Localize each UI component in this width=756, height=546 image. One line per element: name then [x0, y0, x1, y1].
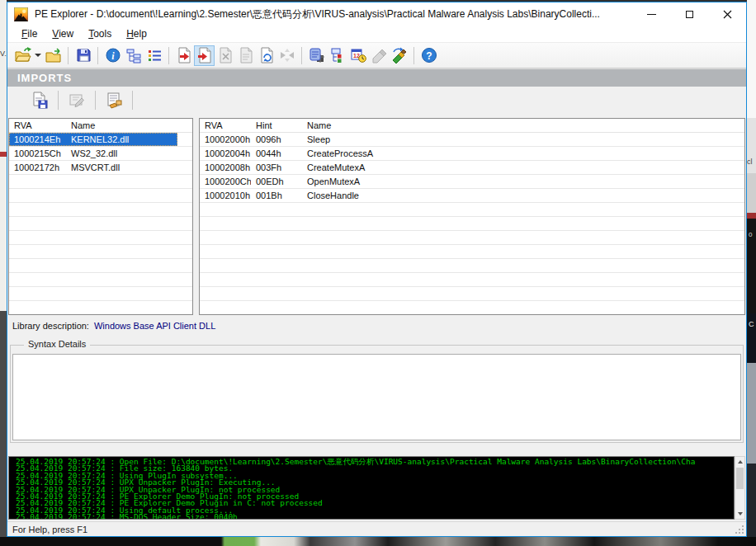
- toolbar-separator: [301, 47, 302, 64]
- tree-view-button[interactable]: [123, 45, 144, 66]
- dll-rva-cell: 1000214Eh: [9, 133, 66, 146]
- library-description-value: Windows Base API Client DLL: [94, 321, 215, 331]
- function-rva-cell: 10002004h: [200, 147, 251, 160]
- scroll-down-button[interactable]: [735, 509, 744, 519]
- toolbar-separator: [58, 91, 59, 110]
- disassembler-button[interactable]: [306, 45, 327, 66]
- dll-list-header: RVA Name: [9, 119, 192, 133]
- headers-info-button[interactable]: i: [102, 45, 123, 66]
- timestamp-button[interactable]: 12: [347, 45, 368, 66]
- dll-row[interactable]: 10002172h MSVCRT.dll: [9, 161, 192, 175]
- resources-view-button-disabled: [215, 45, 235, 66]
- menu-item[interactable]: Tools: [81, 26, 119, 41]
- resize-grip[interactable]: [735, 525, 744, 534]
- functions-list-body: 10002000h 0096h Sleep 10002004h 0044h Cr…: [200, 133, 744, 315]
- function-rva-cell: 1000200Ch: [200, 175, 251, 188]
- close-button[interactable]: [708, 2, 746, 26]
- function-name-cell: CreateProcessA: [302, 147, 600, 160]
- open-file-menu-button[interactable]: [33, 45, 43, 66]
- menu-item[interactable]: Help: [119, 26, 154, 41]
- properties-icon: [104, 91, 124, 111]
- save-button[interactable]: [73, 45, 93, 66]
- background-block: [747, 464, 756, 537]
- background-window-right: cl 0 C: [747, 0, 756, 537]
- function-row[interactable]: 1000200Ch 00EDh OpenMutexA: [200, 175, 744, 189]
- function-row[interactable]: 10002010h 001Bh CloseHandle: [200, 189, 744, 203]
- section-title: IMPORTS: [17, 72, 72, 84]
- dll-list[interactable]: RVA Name 1000214Eh KERNEL32.dll 1000215C…: [8, 118, 193, 315]
- menu-item[interactable]: File: [14, 26, 45, 41]
- function-row[interactable]: 10002008h 003Fh CreateMutexA: [200, 161, 744, 175]
- dll-list-body: 1000214Eh KERNEL32.dll 1000215Ch WS2_32.…: [9, 133, 192, 315]
- imports-content: RVA Name 1000214Eh KERNEL32.dll 1000215C…: [7, 114, 746, 521]
- compare-button-disabled: [276, 45, 297, 66]
- dll-row[interactable]: 1000215Ch WS2_32.dll: [9, 147, 192, 161]
- help-icon: ?: [421, 47, 437, 64]
- column-header-rva[interactable]: RVA: [9, 119, 66, 133]
- function-rva-cell: 10002010h: [200, 189, 251, 202]
- export-report-icon: [30, 91, 50, 111]
- close-icon: [723, 10, 732, 19]
- menu-item[interactable]: View: [45, 26, 81, 41]
- data-list-icon: [146, 47, 163, 64]
- properties-button[interactable]: [102, 89, 126, 112]
- arrow-up-icon: [738, 460, 743, 464]
- scrollbar-thumb[interactable]: [736, 468, 744, 489]
- imports-view-button[interactable]: [194, 45, 215, 66]
- open-folder-button[interactable]: [43, 45, 64, 66]
- data-list-button[interactable]: [144, 45, 164, 66]
- function-name-cell: CreateMutexA: [302, 161, 600, 174]
- dll-row[interactable]: 1000214Eh KERNEL32.dll: [9, 133, 192, 147]
- minimize-button[interactable]: [632, 2, 670, 26]
- chevron-down-icon: [35, 54, 41, 57]
- edit-button-disabled: [64, 89, 89, 112]
- column-header-name[interactable]: Name: [302, 119, 600, 133]
- unpacker-button[interactable]: [389, 45, 409, 66]
- desktop-background: [0, 537, 756, 546]
- eraser-button-disabled: [368, 45, 389, 66]
- column-header-hint[interactable]: Hint: [251, 119, 302, 133]
- status-bar: For Help, press F1: [7, 521, 746, 536]
- toolbar-separator: [132, 91, 133, 110]
- titlebar: PE Explorer - D:\document\!Learning\2.Se…: [7, 2, 746, 26]
- function-row[interactable]: 10002000h 0096h Sleep: [200, 133, 744, 147]
- imported-functions-list[interactable]: RVA Hint Name 10002000h 0096h Sleep 1000…: [199, 118, 745, 315]
- log-line: 25.04.2019 20:57:24 : MS-DOS Header Size…: [16, 514, 734, 520]
- pe-explorer-window: PE Explorer - D:\document\!Learning\2.Se…: [7, 2, 747, 537]
- maximize-button[interactable]: [670, 2, 708, 26]
- compare-icon: [279, 47, 295, 64]
- function-row[interactable]: 10002004h 0044h CreateProcessA: [200, 147, 744, 161]
- exports-view-button[interactable]: [173, 45, 194, 66]
- log-scrollbar[interactable]: [735, 456, 745, 520]
- imports-toolbar: [7, 87, 746, 114]
- background-red-stripe: [747, 213, 756, 219]
- function-hint-cell: 003Fh: [251, 161, 302, 174]
- help-button[interactable]: ?: [418, 45, 439, 66]
- export-report-button[interactable]: [27, 89, 52, 112]
- save-icon: [75, 47, 92, 64]
- background-block: [747, 173, 756, 213]
- scroll-up-button[interactable]: [735, 457, 744, 467]
- minimize-icon: [647, 14, 656, 15]
- tree-view-icon: [125, 47, 142, 64]
- dll-rva-cell: 10002172h: [9, 161, 66, 174]
- function-hint-cell: 001Bh: [251, 189, 302, 202]
- background-window-left: V.I: [0, 0, 7, 537]
- function-name-cell: CloseHandle: [302, 189, 600, 202]
- background-red-stripe: [0, 152, 7, 157]
- dependency-icon: [329, 47, 346, 64]
- column-header-rva[interactable]: RVA: [200, 119, 251, 133]
- open-file-button[interactable]: [12, 45, 33, 66]
- function-rva-cell: 10002000h: [200, 133, 251, 146]
- toolbar-separator: [95, 91, 96, 110]
- toolbar-separator: [97, 47, 98, 64]
- dependency-scanner-button[interactable]: [327, 45, 347, 66]
- toolbar: i: [7, 43, 746, 68]
- column-header-name[interactable]: Name: [66, 119, 177, 133]
- refresh-view-button[interactable]: [256, 45, 276, 66]
- eraser-disabled-icon: [371, 47, 387, 64]
- function-name-cell: OpenMutexA: [302, 175, 600, 188]
- functions-list-header: RVA Hint Name: [200, 119, 744, 133]
- section-banner: IMPORTS: [7, 68, 746, 87]
- maximize-icon: [686, 11, 693, 18]
